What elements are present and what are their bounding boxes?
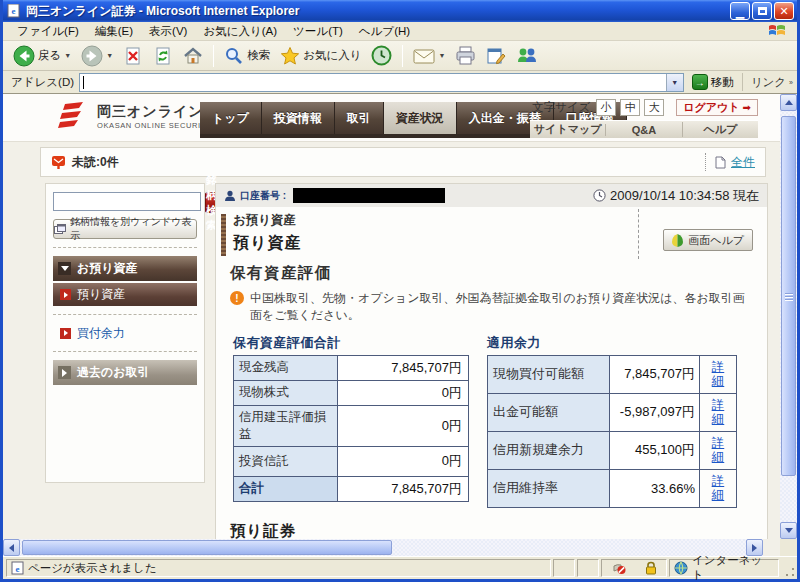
logout-button[interactable]: ログアウト ➡ — [676, 99, 758, 116]
detail-link[interactable]: 詳細 — [711, 360, 725, 389]
minimize-button[interactable]: ▁ — [730, 2, 750, 20]
forward-button[interactable]: ▼ — [77, 43, 117, 69]
utility-sitemap[interactable]: サイトマップ — [530, 122, 605, 137]
mail-dropdown-icon[interactable]: ▼ — [438, 52, 445, 59]
title-divider — [638, 209, 639, 259]
links-toolbar[interactable]: リンク » — [742, 73, 793, 91]
search-icon — [224, 46, 244, 66]
address-dropdown-icon[interactable]: ▼ — [666, 74, 683, 91]
scroll-right-button[interactable] — [746, 539, 763, 556]
row-label: 現物買付可能額 — [488, 355, 610, 393]
row-value: 0円 — [338, 446, 469, 476]
sidebar-link-label: 買付余力 — [77, 325, 125, 342]
nav-tab-trade[interactable]: 取引 — [335, 102, 384, 134]
detail-link[interactable]: 詳細 — [711, 474, 725, 503]
go-button[interactable]: → 移動 — [689, 74, 737, 90]
row-label: 出金可能額 — [488, 393, 610, 431]
menu-view[interactable]: 表示(V) — [141, 24, 195, 39]
sidebar-section-past-trades[interactable]: 過去のお取引 — [53, 360, 197, 385]
menu-help[interactable]: ヘルプ(H) — [351, 24, 418, 39]
table-row: 信用新規建余力 455,100円 詳細 — [488, 431, 737, 469]
back-label: 戻る — [38, 48, 61, 63]
menu-edit[interactable]: 編集(E) — [87, 24, 141, 39]
links-chevron-icon: » — [789, 79, 793, 86]
print-button[interactable] — [451, 44, 480, 67]
sidebar-item-buying-power[interactable]: 買付余力 — [53, 323, 197, 343]
valuation-table: 現金残高 7,845,707円 現物株式 0円 信用建玉評価損益 0円 — [233, 355, 469, 502]
vertical-scroll-thumb[interactable] — [781, 116, 796, 476]
back-button[interactable]: 戻る ▼ — [9, 43, 75, 69]
row-label: 現物株式 — [234, 380, 338, 405]
menu-tools[interactable]: ツール(T) — [285, 24, 351, 39]
vertical-scrollbar[interactable] — [780, 94, 797, 539]
nav-tab-invest-info[interactable]: 投資情報 — [262, 102, 335, 134]
main-panel: 口座番号 : 2009/10/14 10:34:58 現在 お預り資産 預り資産… — [215, 183, 768, 539]
valuation-table-title: 保有資産評価合計 — [233, 334, 469, 352]
stock-search-row: 銘柄検索 — [53, 192, 197, 213]
page-title: 預り資産 — [233, 233, 301, 254]
notice-text: 中国株取引、先物・オプション取引、外国為替証拠金取引のお預り資産状況は、各お取引… — [250, 290, 755, 324]
favorites-button[interactable]: お気に入り — [276, 44, 365, 68]
scrollbar-corner — [780, 539, 797, 556]
close-button[interactable]: ✕ — [774, 2, 794, 20]
logout-arrow-icon: ➡ — [743, 102, 751, 113]
horizontal-scrollbar[interactable] — [3, 539, 763, 556]
search-button[interactable]: 検索 — [220, 44, 274, 68]
scroll-left-button[interactable] — [3, 539, 20, 556]
sidebar-section-assets[interactable]: お預り資産 — [53, 256, 197, 281]
utility-help[interactable]: ヘルプ — [682, 122, 758, 137]
edit-button[interactable] — [482, 44, 510, 68]
font-size-small-button[interactable]: 小 — [596, 99, 616, 116]
forward-dropdown-icon[interactable]: ▼ — [106, 52, 113, 59]
font-size-medium-button[interactable]: 中 — [620, 99, 640, 116]
screen-help-button[interactable]: 画面ヘルプ — [663, 229, 753, 251]
beginner-leaf-icon — [672, 234, 683, 247]
screen-help-label: 画面ヘルプ — [688, 233, 744, 248]
all-messages-link[interactable]: 全件 — [731, 154, 755, 171]
sidebar: 銘柄検索 銘柄情報を別ウィンドウ表示 お預り資産 預り資産 — [45, 183, 205, 483]
detail-cell: 詳細 — [700, 469, 737, 507]
row-label: 信用新規建余力 — [488, 431, 610, 469]
status-bar: e ページが表示されました インターネット — [3, 556, 797, 579]
redacted-account-number — [293, 188, 445, 203]
address-input[interactable]: ▼ — [79, 73, 684, 92]
detail-link[interactable]: 詳細 — [711, 398, 725, 427]
resize-grip[interactable] — [781, 559, 795, 577]
stock-info-popup-button[interactable]: 銘柄情報を別ウィンドウ表示 — [53, 219, 197, 239]
detail-link[interactable]: 詳細 — [711, 436, 725, 465]
detail-cell: 詳細 — [700, 393, 737, 431]
horizontal-scroll-thumb[interactable] — [22, 540, 392, 555]
menu-file[interactable]: ファイル(F) — [9, 24, 87, 39]
chevron-right-icon — [58, 366, 71, 379]
scroll-up-button[interactable] — [780, 94, 797, 111]
history-button[interactable] — [367, 43, 396, 68]
utility-qa[interactable]: Q&A — [605, 124, 681, 136]
refresh-icon — [153, 46, 173, 66]
font-size-large-button[interactable]: 大 — [644, 99, 664, 116]
home-button[interactable] — [179, 44, 207, 68]
title-bar: e 岡三オンライン証券 - Microsoft Internet Explore… — [3, 0, 797, 22]
breadcrumb: お預り資産 — [233, 212, 296, 229]
row-value: 0円 — [338, 380, 469, 405]
mail-button[interactable]: ▼ — [409, 45, 449, 67]
status-text: ページが表示されました — [28, 561, 157, 576]
scroll-down-button[interactable] — [780, 522, 797, 539]
nav-tab-top[interactable]: トップ — [200, 102, 262, 134]
edit-icon — [486, 46, 506, 66]
stock-search-input[interactable] — [53, 192, 201, 211]
notice: ! 中国株取引、先物・オプション取引、外国為替証拠金取引のお預り資産状況は、各お… — [230, 290, 755, 324]
table-row: 信用維持率 33.66% 詳細 — [488, 469, 737, 507]
font-size-label: 文字サイズ — [532, 100, 590, 115]
maximize-button[interactable] — [752, 2, 772, 20]
refresh-button[interactable] — [149, 44, 177, 68]
messenger-button[interactable] — [512, 44, 542, 68]
status-icons-pane — [601, 559, 667, 577]
stop-button[interactable] — [119, 44, 147, 68]
sidebar-item-deposit-assets[interactable]: 預り資産 — [53, 283, 197, 306]
menu-favorites[interactable]: お気に入り(A) — [195, 24, 285, 39]
sidebar-divider — [53, 351, 197, 352]
ie-page-icon: e — [11, 561, 24, 575]
back-dropdown-icon[interactable]: ▼ — [64, 52, 71, 59]
table-row: 現金残高 7,845,707円 — [234, 355, 469, 380]
nav-tab-assets[interactable]: 資産状況 — [384, 102, 457, 134]
